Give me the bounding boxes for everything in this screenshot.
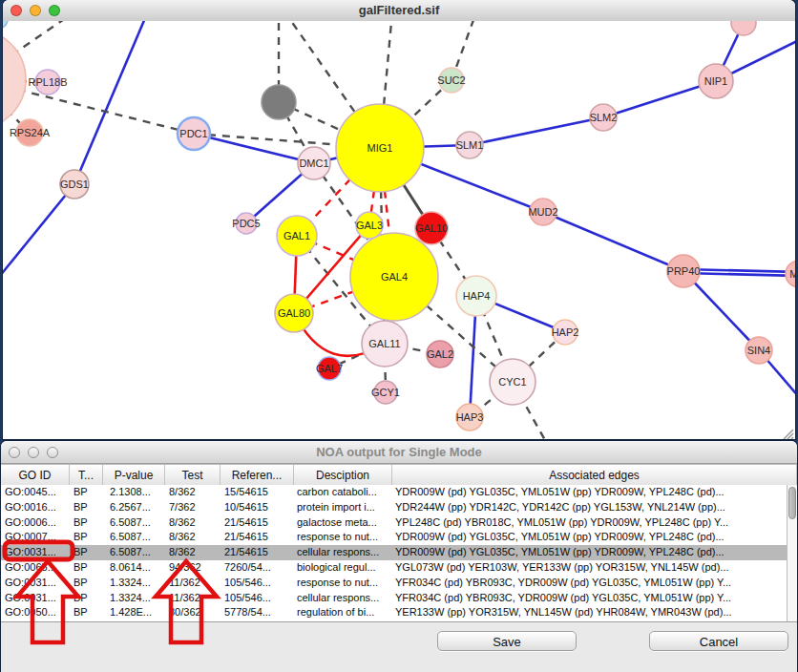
save-button[interactable]: Save	[437, 631, 577, 651]
table-cell: YDR244W (pp) YDR142C, YDR142C (pp) YGL15…	[395, 501, 725, 513]
column-header-6[interactable]: Associated edges	[392, 465, 797, 486]
table-row[interactable]: GO:0031...BP1.3324...11/362105/546...cel…	[1, 591, 797, 606]
node-label-HAP3: HAP3	[456, 411, 484, 423]
table-cell: response to nut...	[297, 577, 378, 588]
table-cell: BP	[74, 606, 88, 618]
table-cell: GO:0065...	[5, 561, 56, 573]
table-cell: 1.428E...	[110, 606, 152, 618]
table-cell: 21/54615	[224, 546, 268, 557]
network-canvas[interactable]: RPL18BRPS24AGDS1PDC1MIG1DMC1SUC2SLM1SLM2…	[3, 21, 795, 439]
noa-window-titlebar[interactable]: NOA output for Single Mode	[1, 441, 797, 464]
scrollbar-thumb[interactable]	[788, 487, 796, 519]
node-label-HAP4: HAP4	[463, 290, 491, 302]
node-label-GAL3: GAL3	[356, 220, 383, 231]
network-window-titlebar[interactable]: galFiltered.sif	[3, 0, 795, 22]
node-label-GAL1: GAL1	[284, 230, 310, 242]
table-cell: BP	[74, 592, 88, 603]
table-cell: 10/54615	[224, 501, 268, 513]
column-header-1[interactable]: T...	[70, 465, 103, 486]
table-cell: 105/546...	[224, 577, 271, 588]
node-label-PDC1: PDC1	[179, 128, 207, 139]
table-cell: 8/362	[169, 546, 196, 557]
column-header-0[interactable]: GO ID	[1, 465, 70, 486]
table-cell: 2.1308...	[110, 486, 151, 497]
node-label-GCY1: GCY1	[371, 387, 400, 398]
table-cell: BP	[74, 516, 88, 528]
column-header-5[interactable]: Desciption	[294, 465, 392, 486]
table-row[interactable]: GO:0050...BP1.428E...80/3625778/54...reg…	[1, 605, 797, 620]
resize-grip-icon[interactable]	[781, 427, 794, 439]
table-cell: 8/362	[169, 486, 196, 497]
table-row[interactable]: GO:0045...BP2.1308...8/36215/54615carbon…	[1, 485, 797, 500]
edge-GDS1-vC[interactable]	[3, 184, 74, 286]
node-cutTL[interactable]	[3, 21, 8, 29]
edge-SLM1-SLM2[interactable]	[470, 117, 603, 145]
results-table[interactable]: GO:0045...BP2.1308...8/36215/54615carbon…	[1, 485, 797, 622]
table-cell: 8.0614...	[110, 561, 151, 573]
table-cell: YGL073W (pd) YER103W, YER133W (pp) YOR31…	[395, 561, 729, 573]
table-cell: 6.5087...	[110, 546, 151, 557]
table-cell: YPL248C (pd) YBR018C, YML051W (pp) YDR00…	[395, 516, 728, 528]
table-cell: GO:0006...	[5, 516, 56, 528]
table-cell: 11/362	[169, 577, 200, 588]
table-cell: 8/362	[169, 531, 196, 542]
table-cell: GO:0031...	[5, 577, 56, 588]
table-cell: YFR034C (pd) YBR093C, YDR009W (pd) YGL03…	[395, 577, 731, 588]
table-cell: 11/362	[169, 592, 200, 603]
edge-vB-GDS1[interactable]	[74, 21, 148, 184]
node-label-GAL7: GAL7	[316, 363, 343, 374]
network-window: galFiltered.sif RPL18BRPS24AGDS1PDC1MIG1…	[3, 0, 795, 439]
table-cell: YER133W (pp) YOR315W, YNL145W (pd) YHR08…	[395, 606, 732, 618]
table-cell: 94/362	[169, 561, 201, 573]
table-cell: 1.3324...	[110, 592, 151, 603]
table-cell: YDR009W (pd) YGL035C, YML051W (pp) YDR00…	[395, 531, 724, 542]
table-cell: YFR034C (pd) YBR093C, YDR009W (pd) YGL03…	[395, 592, 731, 603]
node-label-MSI: MSI	[789, 268, 795, 280]
noa-window-title: NOA output for Single Mode	[1, 445, 797, 459]
table-cell: protein import i...	[297, 501, 375, 513]
node-label-DMC1: DMC1	[299, 158, 328, 169]
table-cell: 8/362	[169, 516, 196, 528]
node-label-GAL11: GAL11	[368, 338, 400, 349]
column-header-3[interactable]: Test	[165, 465, 220, 486]
network-window-title: galFiltered.sif	[3, 3, 795, 17]
table-cell: YDR009W (pd) YGL035C, YML051W (pp) YDR00…	[395, 546, 724, 557]
table-cell: 1.3324...	[110, 577, 151, 588]
table-cell: galactose meta...	[297, 516, 377, 528]
table-cell: BP	[74, 561, 88, 573]
table-cell: regulation of bi...	[297, 606, 374, 618]
table-cell: 15/54615	[224, 486, 268, 497]
table-cell: BP	[74, 486, 88, 497]
table-cell: cellular respons...	[297, 546, 379, 557]
table-cell: 6.2567...	[110, 501, 151, 513]
node-cutTR[interactable]	[731, 21, 756, 35]
node-label-GAL80: GAL80	[278, 307, 310, 319]
table-cell: YDR009W (pd) YGL035C, YML051W (pp) YDR00…	[395, 486, 724, 497]
table-row[interactable]: GO:0016...BP6.2567...7/36210/54615protei…	[1, 500, 797, 515]
table-row[interactable]: GO:0007...BP6.5087...8/36221/54615respon…	[1, 530, 797, 545]
table-cell: 7260/54...	[224, 561, 271, 573]
column-header-4[interactable]: Referen...	[220, 465, 294, 486]
node-label-RPL18B: RPL18B	[29, 76, 68, 88]
node-bigpink[interactable]	[3, 30, 26, 129]
vertical-scrollbar[interactable]	[787, 485, 797, 621]
table-cell: GO:0045...	[5, 486, 56, 497]
edge-MUD2-PRP40[interactable]	[543, 212, 683, 271]
noa-output-window: NOA output for Single Mode GO IDT...P-va…	[1, 441, 797, 672]
table-cell: 6.5087...	[110, 531, 151, 542]
node-label-PRP40: PRP40	[667, 265, 701, 277]
table-row[interactable]: GO:0006...BP6.5087...8/36221/54615galact…	[1, 515, 797, 531]
table-cell: BP	[74, 531, 88, 542]
node-label-MUD2: MUD2	[528, 206, 557, 218]
node-label-SUC2: SUC2	[437, 74, 465, 86]
table-row[interactable]: GO:0065...BP8.0614...94/3627260/54...bio…	[1, 560, 797, 576]
table-cell: GO:0007...	[5, 531, 56, 542]
table-row[interactable]: GO:0031...BP6.5087...8/36221/54615cellul…	[1, 545, 797, 560]
cancel-button[interactable]: Cancel	[649, 631, 788, 651]
results-table-header[interactable]: GO IDT...P-valueTestReferen...Desciption…	[1, 464, 797, 487]
column-header-2[interactable]: P-value	[103, 465, 165, 486]
table-cell: cellular respons...	[297, 592, 379, 603]
node-label-MIG1: MIG1	[368, 142, 393, 154]
table-row[interactable]: GO:0031...BP1.3324...11/362105/546...res…	[1, 576, 797, 591]
node-grayn[interactable]	[262, 85, 296, 119]
